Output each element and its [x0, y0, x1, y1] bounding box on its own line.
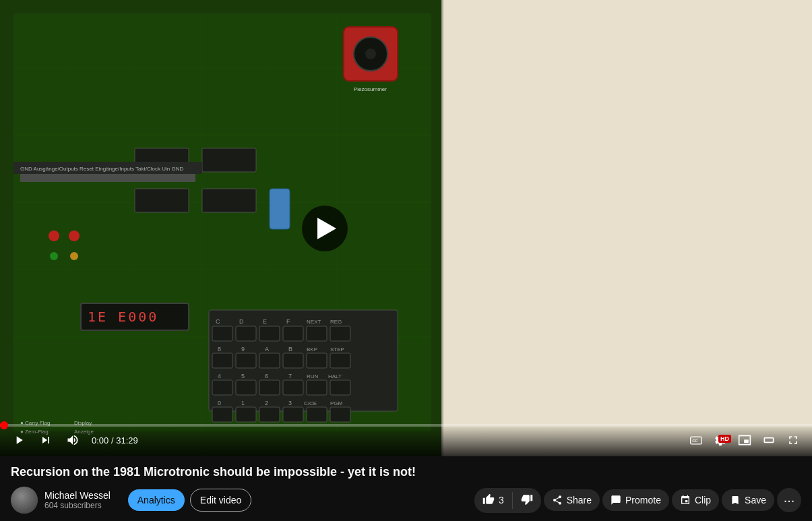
svg-point-18 — [50, 252, 58, 260]
svg-rect-68 — [283, 407, 303, 422]
like-button[interactable]: 3 — [474, 488, 512, 513]
svg-text:A: A — [265, 346, 269, 353]
svg-rect-13 — [135, 189, 189, 212]
svg-rect-31 — [259, 326, 280, 341]
hd-badge: HD — [718, 435, 731, 443]
svg-rect-34 — [330, 326, 350, 341]
svg-rect-55 — [259, 380, 280, 395]
like-count: 3 — [499, 495, 504, 505]
thumbs-up-svg — [482, 493, 495, 505]
svg-text:B: B — [288, 346, 292, 353]
svg-rect-15 — [270, 189, 290, 229]
save-button[interactable]: Save — [722, 489, 774, 511]
promote-button[interactable]: Promote — [602, 489, 669, 511]
svg-rect-43 — [259, 353, 280, 368]
video-scene: 1E E000 C D E F NEXT REG 8 9 — [0, 0, 812, 456]
svg-point-17 — [69, 231, 80, 241]
svg-text:GND  Ausgänge/Outputs  Reset  : GND Ausgänge/Outputs Reset Eingänge/Inpu… — [20, 166, 183, 172]
save-icon — [730, 495, 741, 505]
svg-rect-42 — [236, 353, 256, 368]
cc-button[interactable]: CC — [685, 429, 707, 451]
svg-text:D: D — [239, 318, 244, 325]
svg-rect-12 — [202, 148, 256, 172]
fullscreen-button[interactable] — [782, 429, 804, 451]
svg-text:PGM: PGM — [330, 400, 343, 406]
more-options-button[interactable]: ··· — [777, 488, 801, 512]
svg-text:7: 7 — [288, 373, 292, 379]
promote-label: Promote — [625, 495, 661, 505]
channel-row: Michael Wessel 604 subscribers Analytics… — [11, 487, 801, 514]
svg-text:9: 9 — [241, 346, 245, 353]
share-button[interactable]: Share — [544, 489, 600, 511]
next-button[interactable] — [35, 429, 57, 451]
svg-rect-65 — [212, 407, 232, 422]
svg-text:STEP: STEP — [330, 346, 344, 353]
svg-rect-56 — [283, 380, 303, 395]
channel-info: Michael Wessel 604 subscribers — [44, 490, 111, 510]
play-button[interactable] — [302, 206, 348, 251]
dislike-button[interactable] — [513, 488, 541, 513]
svg-point-73 — [365, 49, 376, 59]
svg-rect-33 — [307, 326, 327, 341]
share-icon — [552, 495, 563, 505]
svg-text:5: 5 — [241, 373, 245, 379]
svg-text:REG: REG — [330, 319, 342, 325]
miniplayer-button[interactable] — [734, 429, 755, 451]
svg-text:E: E — [263, 318, 267, 325]
save-svg — [730, 495, 741, 505]
video-info: Recursion on the 1981 Microtronic should… — [0, 456, 812, 519]
subscriber-count: 604 subscribers — [44, 501, 111, 510]
right-controls: CC HD — [685, 429, 804, 451]
svg-text:F: F — [286, 318, 290, 325]
video-title: Recursion on the 1981 Microtronic should… — [11, 464, 801, 480]
controls-bar: 0:00 / 31:29 CC HD — [0, 424, 812, 456]
thumbs-down-svg — [521, 493, 533, 505]
svg-rect-41 — [212, 353, 232, 368]
like-dislike-group: 3 — [474, 488, 541, 513]
svg-text:NEXT: NEXT — [307, 319, 321, 325]
settings-wrapper: HD — [710, 429, 731, 451]
channel-avatar[interactable] — [11, 487, 38, 514]
theater-mode-button[interactable] — [758, 429, 780, 451]
analytics-button[interactable]: Analytics — [128, 489, 185, 511]
divider — [441, 0, 444, 456]
channel-name[interactable]: Michael Wessel — [44, 490, 111, 501]
svg-rect-70 — [330, 407, 350, 422]
miniplayer-icon — [738, 433, 751, 447]
share-label: Share — [567, 495, 592, 505]
svg-rect-69 — [307, 407, 327, 422]
svg-rect-77 — [20, 174, 195, 182]
svg-rect-57 — [307, 380, 327, 395]
svg-text:0: 0 — [218, 400, 221, 406]
progress-dot — [0, 421, 8, 429]
cc-icon: CC — [689, 433, 703, 447]
svg-rect-30 — [236, 326, 256, 341]
right-actions: 3 Share — [474, 488, 801, 513]
svg-rect-32 — [283, 326, 303, 341]
svg-point-19 — [70, 252, 78, 260]
circuit-svg: 1E E000 C D E F NEXT REG 8 9 — [0, 0, 445, 456]
svg-text:3: 3 — [288, 400, 292, 406]
thumbs-down-icon — [521, 493, 533, 508]
svg-text:BKP: BKP — [307, 346, 317, 353]
svg-text:4: 4 — [218, 373, 221, 379]
edit-video-button[interactable]: Edit video — [190, 489, 251, 512]
clip-button[interactable]: Clip — [672, 489, 719, 511]
play-pause-button[interactable] — [8, 429, 30, 451]
svg-text:6: 6 — [265, 373, 268, 379]
svg-rect-54 — [236, 380, 256, 395]
svg-rect-45 — [307, 353, 327, 368]
play-icon — [317, 218, 336, 239]
svg-text:1E E000: 1E E000 — [88, 309, 158, 325]
volume-icon — [66, 433, 80, 447]
theater-mode-icon — [762, 433, 776, 447]
svg-rect-14 — [202, 189, 256, 212]
svg-text:HALT: HALT — [328, 373, 342, 379]
svg-text:RUN: RUN — [307, 373, 319, 379]
svg-rect-58 — [330, 380, 350, 395]
time-display: 0:00 / 31:29 — [92, 435, 138, 446]
mute-button[interactable] — [62, 429, 84, 451]
progress-bar[interactable] — [0, 424, 812, 427]
more-icon: ··· — [784, 493, 795, 508]
video-player[interactable]: 1E E000 C D E F NEXT REG 8 9 — [0, 0, 812, 456]
